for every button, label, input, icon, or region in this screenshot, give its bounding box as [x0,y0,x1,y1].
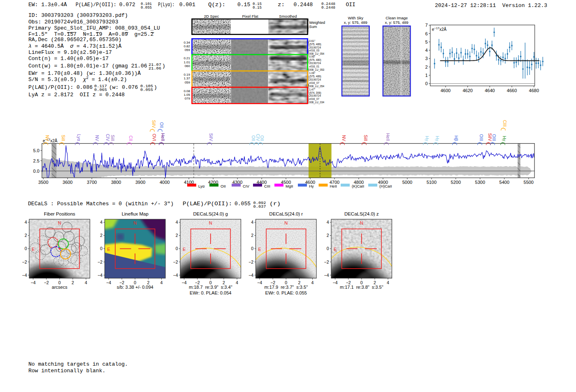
svg-text:0: 0 [360,280,363,285]
svg-text:4660: 4660 [507,88,517,93]
svg-text:0.61": 0.61" [309,39,316,42]
svg-text:SiII: SiII [363,135,368,141]
svg-text:E: E [334,247,337,252]
svg-text:5.0: 5.0 [33,148,39,153]
svg-text:Cont(w) = 1.80(±0.01)e-17 (gma: Cont(w) = 1.80(±0.01)e-17 (gmag 21.06 [28,63,147,69]
svg-text:0.15: 0.15 [253,6,262,10]
svg-text:(575, 480): (575, 480) [309,58,321,62]
svg-text:Primary Spec_Slot_IFU_AMP: 008: Primary Spec_Slot_IFU_AMP: 008_093_054_L… [28,25,160,31]
svg-text:0: 0 [25,246,27,251]
svg-text:λ = 4640.5Å σ = 4.73(±1.52)Å: λ = 4640.5Å σ = 4.73(±1.52)Å [28,43,121,49]
svg-text:With Sky: With Sky [348,16,364,20]
svg-text:s/b: 3.38 +/- 0.094: s/b: 3.38 +/- 0.094 [117,285,153,290]
svg-text:E: E [258,247,261,252]
svg-text:SiII: SiII [61,135,66,141]
svg-text:NV: NV [95,135,100,141]
svg-text:3600: 3600 [63,180,72,185]
svg-text:−2: −2 [119,280,124,285]
svg-text:2: 2 [100,233,102,238]
svg-text:CIII: CIII [502,120,507,127]
svg-text:HeII: HeII [386,133,390,141]
svg-text:2: 2 [327,233,329,238]
svg-text:0.19: 0.19 [183,73,190,77]
svg-text:−4: −4 [182,280,187,285]
svg-text:0: 0 [134,280,136,285]
svg-text:3900: 3900 [135,180,145,185]
svg-text:0.0: 0.0 [33,169,39,174]
svg-text:3500: 3500 [38,180,48,185]
svg-text:Lyα: Lyα [198,184,205,188]
svg-text:060: 060 [185,64,190,68]
svg-text:2: 2 [425,65,428,70]
svg-text:HeII: HeII [330,184,337,188]
svg-text:2: 2 [25,233,27,238]
svg-text:CIV: CIV [105,134,110,141]
svg-text:4620: 4620 [462,88,472,93]
svg-text:0.34: 0.34 [183,41,190,44]
svg-text:No matching targets in catalog: No matching targets in catalog. [28,361,128,367]
svg-text:−2: −2 [98,260,102,264]
svg-text:1.06": 1.06" [309,72,316,74]
svg-text:20190724: 20190724 [309,78,321,81]
svg-text:−4: −4 [98,273,102,278]
svg-text:1: 1 [425,73,428,78]
svg-text:−4: −4 [324,273,329,278]
svg-text:Obs: 20190724v016_3003793203: Obs: 20190724v016_3003793203 [28,19,118,25]
svg-text:NV: NV [45,135,50,141]
svg-text:CIV: CIV [243,184,250,188]
svg-text:): ) [154,84,157,90]
svg-text:0.2448: 0.2448 [294,2,313,8]
svg-text:OII: OII [346,2,355,8]
svg-text:−2: −2 [44,280,49,285]
svg-text:Hγ: Hγ [435,136,440,141]
svg-text:−2: −2 [22,260,27,264]
svg-text:20190724: 20190724 [309,62,321,65]
svg-text:059: 059 [185,81,190,84]
svg-text:Pixel Flat: Pixel Flat [242,14,258,19]
svg-text:0: 0 [58,280,61,285]
svg-text:−2: −2 [270,280,275,285]
svg-text:OVI: OVI [152,134,157,141]
svg-text:OII: OII [221,184,226,188]
svg-text:0: 0 [425,81,428,86]
svg-text:Lineflux Map: Lineflux Map [122,211,149,216]
svg-text:): ) [162,63,165,69]
svg-text:Weighted: Weighted [309,21,325,25]
svg-text:SiIV: SiIV [209,133,214,141]
svg-text:Q(z):: Q(z): [208,2,225,8]
svg-text:3700: 3700 [87,180,97,185]
svg-text:4: 4 [251,220,253,225]
svg-text:5300: 5300 [475,180,485,185]
svg-text:arcsecs: arcsecs [52,285,67,290]
svg-text:−2: −2 [173,260,178,264]
svg-text:0.82: 0.82 [183,44,190,48]
svg-text:(H)CaII: (H)CaII [379,184,392,188]
svg-text:−2: −2 [195,280,200,285]
svg-text:−4: −4 [22,273,27,278]
svg-text:6: 6 [425,31,428,36]
svg-text:(574, 306): (574, 306) [309,91,321,95]
svg-text:CIII: CIII [264,184,270,188]
svg-text:5100: 5100 [427,180,437,185]
svg-text:0.95": 0.95" [309,55,316,58]
svg-text:2024-12-27 12:28:11 Version 1: 2024-12-27 12:28:11 Version 1.22.3 [435,2,547,9]
svg-text:0: 0 [327,246,329,251]
svg-text:e−17x2Å: e−17x2Å [432,26,447,32]
svg-text:−2: −2 [324,260,329,264]
svg-text:Clean Image: Clean Image [386,16,408,20]
svg-text:20190724: 20190724 [309,94,321,97]
svg-text:Hγ: Hγ [425,136,430,141]
svg-text:ID: 3003793203 (3003793203.pdf: ID: 3003793203 (3003793203.pdf) [28,12,128,19]
svg-text:5500: 5500 [524,180,534,185]
svg-text:4: 4 [85,280,87,285]
svg-text:(575, 489): (575, 489) [309,43,321,46]
svg-text:4: 4 [25,220,27,225]
svg-text:v016_03: v016_03 [309,49,320,52]
svg-text:0.2448: 0.2448 [321,6,335,10]
svg-text:0.001: 0.001 [179,2,195,8]
svg-text:−2: −2 [249,260,253,264]
svg-text:SiIV: SiIV [151,120,156,128]
svg-text:z:: z: [278,2,285,8]
svg-text:4000: 4000 [160,180,170,185]
svg-text:008_LU_034: 008_LU_034 [309,101,325,104]
